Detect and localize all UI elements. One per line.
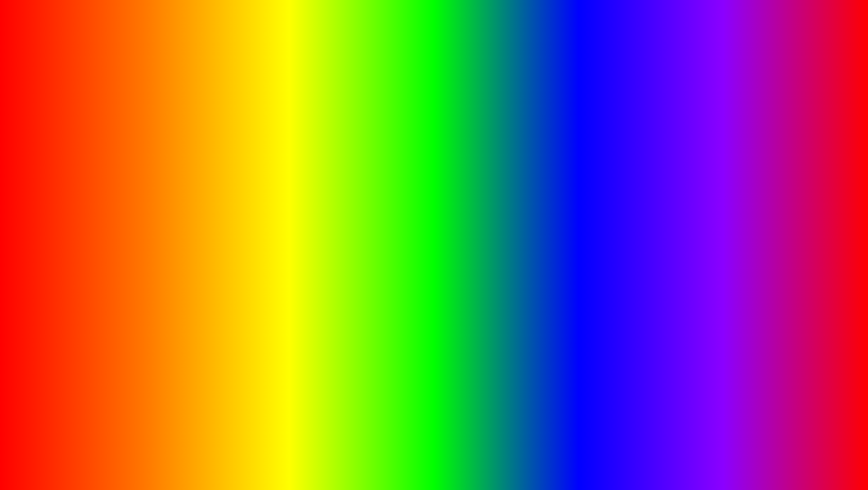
char2-face <box>445 321 468 325</box>
easter-auto-farm-row: Easter Auto Farm <box>114 140 250 151</box>
char2-body <box>434 343 479 393</box>
easter-auto-farm-label: Easter Auto Farm <box>114 143 156 149</box>
toggle-knob-2 <box>237 154 242 159</box>
char1-head <box>343 321 372 350</box>
title-mystery: MYSTERY <box>403 8 663 66</box>
char2-head <box>438 310 474 343</box>
autofarm-timer: Hours: 0 Minutes: 0 Seconds: 7 <box>114 133 250 139</box>
easter-egg-svg <box>731 111 780 170</box>
flower-4: 🌸 <box>649 385 657 393</box>
char1-torso: △ ○□ ✕ <box>340 350 376 391</box>
invisible-cursor-icon: ▶ <box>201 216 206 223</box>
wood-box <box>14 321 64 379</box>
bottom-script: SCRIPT <box>380 440 498 477</box>
toggles-icon: ≡ <box>65 172 68 178</box>
flower-1: 🌼 <box>220 388 230 398</box>
main-title: MURDER MYSTERY 2 <box>0 11 868 63</box>
mobile-coin-auto-farm-label: Mobile Coin Auto Farm <box>114 164 169 170</box>
settings-icon: ⚙ <box>65 212 70 218</box>
anti-afk-cursor-icon: ▶ <box>201 232 206 240</box>
char2-leg-left <box>434 393 455 422</box>
mm2-footer: YT: Tora IsMe <box>194 245 273 258</box>
coin-auto-farm-label: Coin Auto Farm <box>114 153 152 160</box>
sidebar-item-autofarm[interactable]: ◎ Autofarm <box>59 182 108 195</box>
wood-plank-2 <box>16 356 63 357</box>
toggle-knob <box>237 143 242 148</box>
autofarm-icon: ◎ <box>65 185 69 192</box>
svg-point-4 <box>747 147 752 152</box>
bottom-hunt: HUNT <box>281 440 371 477</box>
title-2: 2 <box>688 8 719 66</box>
eggs-farm-checkbox[interactable] <box>262 200 269 207</box>
players-icon: 👥 <box>732 191 738 197</box>
game-card-image <box>703 105 808 177</box>
gui-sidebar: ↗ Teleports 👤 Combat ⚙ Main 👤 LocalPlaye… <box>59 110 109 241</box>
char2-leg-right <box>458 393 479 422</box>
char1-leg-left <box>340 391 357 422</box>
players-value: 115.1K <box>740 191 757 197</box>
svg-point-5 <box>757 148 763 154</box>
mm2-egg-hunt-section: Egg Hunt ▼ <box>194 184 273 197</box>
char1-backpack <box>360 382 376 409</box>
bottom-text: EGG HUNT SCRIPT PASTEBIN <box>0 440 868 477</box>
coin-auto-farm-row: Coin Auto Farm <box>114 151 250 162</box>
sidebar-item-localplayer[interactable]: 👤 LocalPlayer <box>59 155 108 168</box>
egg-hunt-arrow: ▼ <box>264 187 269 194</box>
mm2-titlebar: MM2 ▼ <box>194 172 273 184</box>
mm2-arrow: ▼ <box>264 175 269 181</box>
coin-speed-label: Coin Auto Farm Speed <box>114 185 169 192</box>
elite-icon: ▣ <box>65 199 70 205</box>
sidebar-item-combat[interactable]: 👤 Combat <box>59 128 108 141</box>
bottom-egg: EGG <box>200 440 272 477</box>
char2-ear-inner-right <box>464 290 468 311</box>
gift-box <box>18 281 49 317</box>
title-murder: MURDER <box>149 8 387 66</box>
game-card: MM2: Egg Hunt 👍 91% 👥 115.1K <box>702 103 810 203</box>
char2-belly <box>444 348 469 379</box>
players-stat: 👥 115.1K <box>732 191 757 197</box>
sidebar-item-settings[interactable]: ⚙ Settings <box>59 209 108 222</box>
combat-icon: 👤 <box>65 131 72 138</box>
game-background: 🌼 🌸 🌼 🌸 △ ○□ ✕ <box>5 5 863 485</box>
svg-point-3 <box>761 132 766 138</box>
main-icon: ⚙ <box>65 145 70 151</box>
xp-farm-label: XP Farm <box>114 228 135 234</box>
toggle-knob-3 <box>237 165 242 170</box>
char2-eye-left <box>445 321 450 325</box>
flower-3: 🌼 <box>622 398 632 408</box>
mobile-coin-toggle[interactable] <box>236 164 250 171</box>
autofarm-section-title: Autofarm <box>114 115 250 122</box>
crate-auto-farm-label: Crate Auto Farm <box>114 175 154 181</box>
char2-ear-inner-left <box>445 290 449 311</box>
game-card-info: MM2: Egg Hunt 👍 91% 👥 115.1K <box>703 177 808 202</box>
mm2-eggs-farm-section: Eggs Farm <box>194 197 273 210</box>
char1-eye-right <box>363 332 368 336</box>
easter-auto-farm-toggle[interactable] <box>236 142 250 149</box>
autofarm-status: Autofarm Status: Waiting <box>114 125 250 131</box>
sidebar-item-elite[interactable]: ▣ Elite <box>59 195 108 209</box>
rating-stat: 👍 91% <box>707 191 726 197</box>
svg-point-2 <box>753 128 758 133</box>
char1-smile <box>353 342 362 346</box>
sidebar-item-toggles[interactable]: ≡ Toggles <box>59 168 108 182</box>
wood-plank <box>16 339 63 340</box>
thumbs-up-icon: 👍 <box>707 191 714 197</box>
mm2-title: MM2 <box>199 174 213 182</box>
game-card-stats: 👍 91% 👥 115.1K <box>707 191 804 197</box>
invisible-label: Invisible <box>209 216 233 223</box>
anti-afk-button[interactable]: ▶ Anti AFK <box>198 229 270 243</box>
teleports-icon: ↗ <box>65 118 69 124</box>
mm2-popup: MM2 ▼ Egg Hunt ▼ Eggs Farm ▶ Invisible ▶… <box>193 171 274 259</box>
eggs-farm-label: Eggs Farm <box>199 200 228 207</box>
game-card-title: MM2: Egg Hunt <box>707 181 804 188</box>
coin-auto-farm-toggle[interactable] <box>236 153 250 160</box>
sidebar-item-main[interactable]: ⚙ Main <box>59 141 108 155</box>
char1-eyes <box>348 332 368 336</box>
char2-eye-right <box>463 321 468 325</box>
shirt-symbols: △ ○□ ✕ <box>346 359 354 369</box>
invisible-button[interactable]: ▶ Invisible <box>198 212 270 227</box>
flower-2: 🌸 <box>246 380 255 389</box>
sidebar-item-teleports[interactable]: ↗ Teleports <box>59 114 108 128</box>
bottom-pastebin: PASTEBIN <box>507 440 669 477</box>
char2-legs <box>434 393 479 422</box>
